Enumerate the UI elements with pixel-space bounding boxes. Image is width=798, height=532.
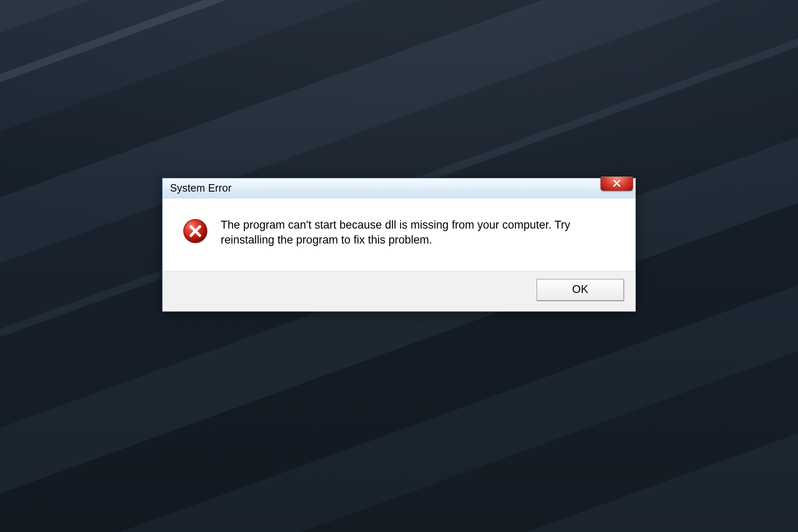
error-icon (182, 218, 208, 244)
close-icon (612, 179, 621, 188)
error-dialog: System Error (162, 178, 636, 312)
dialog-footer: OK (163, 271, 635, 311)
dialog-titlebar: System Error (163, 178, 635, 198)
error-message: The program can't start because dll is m… (221, 217, 595, 248)
dialog-title: System Error (170, 182, 232, 194)
close-button[interactable] (601, 177, 633, 191)
ok-button[interactable]: OK (537, 279, 624, 300)
dialog-content: The program can't start because dll is m… (163, 198, 635, 271)
